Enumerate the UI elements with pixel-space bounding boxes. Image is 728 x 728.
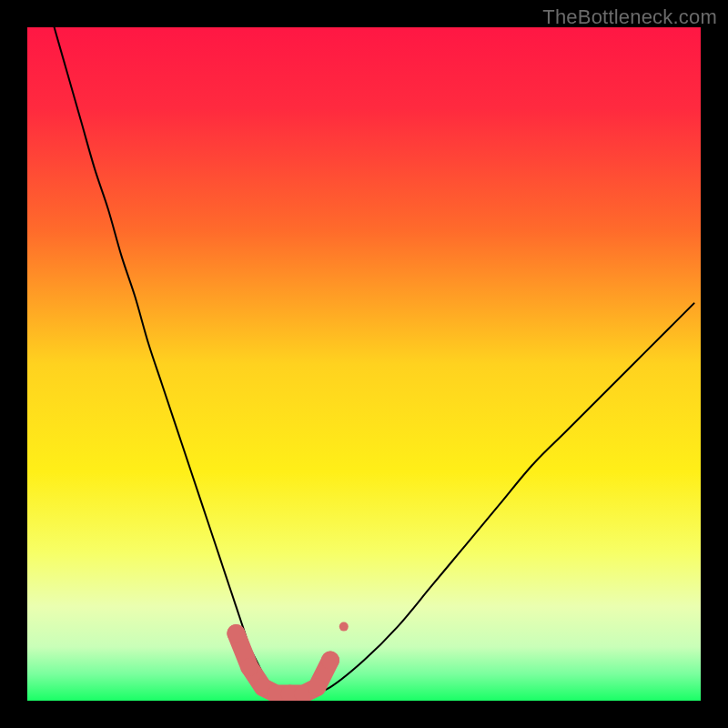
outer-frame: TheBottleneck.com	[0, 0, 728, 728]
gradient-background	[27, 27, 701, 701]
plot-area	[27, 27, 701, 701]
watermark-label: TheBottleneck.com	[542, 5, 717, 29]
svg-point-6	[308, 678, 326, 696]
svg-point-7	[321, 652, 339, 670]
svg-point-0	[227, 624, 245, 642]
chart-svg	[27, 27, 701, 701]
trough-outlier	[339, 622, 349, 632]
svg-point-1	[240, 658, 258, 676]
